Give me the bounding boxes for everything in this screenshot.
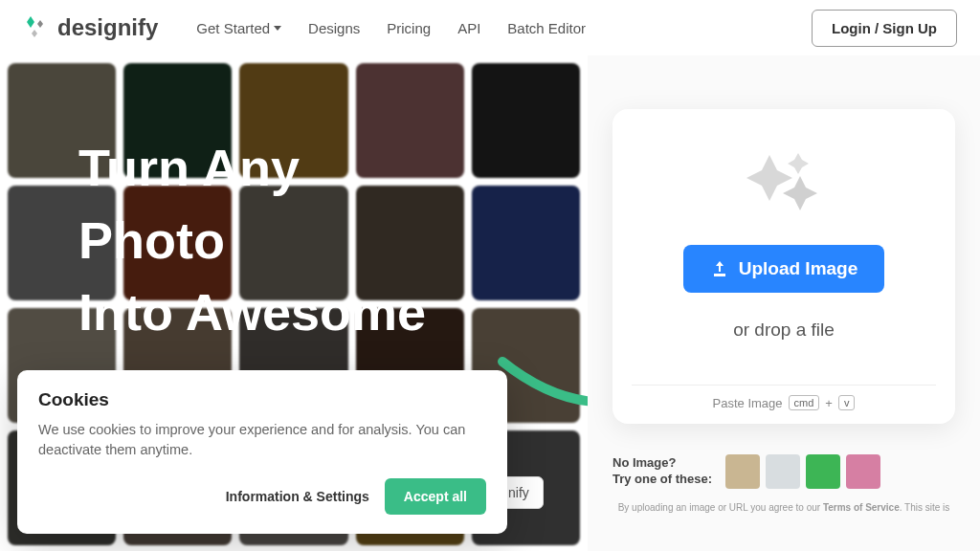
try-text: No Image? Try one of these: <box>612 455 712 488</box>
kbd-cmd: cmd <box>789 395 820 410</box>
cookie-body: We use cookies to improve your experienc… <box>38 420 486 462</box>
terms-text: By uploading an image or URL you agree t… <box>618 502 950 513</box>
nav-get-started[interactable]: Get Started <box>196 20 281 36</box>
arrow-icon <box>498 352 588 429</box>
sparkles-icon <box>741 149 827 218</box>
nav: Get Started Designs Pricing API Batch Ed… <box>196 20 586 36</box>
brand-name: designify <box>57 14 158 41</box>
kbd-plus: + <box>825 396 833 410</box>
logo-icon <box>23 14 50 41</box>
drop-text: or drop a file <box>733 320 835 341</box>
cookie-accept-button[interactable]: Accept all <box>385 478 486 515</box>
nav-pricing[interactable]: Pricing <box>387 20 431 36</box>
login-button[interactable]: Login / Sign Up <box>812 10 957 47</box>
example-thumb[interactable] <box>806 454 840 489</box>
nav-designs[interactable]: Designs <box>308 20 360 36</box>
headline: Turn Any Photo Into Awesome <box>78 132 426 349</box>
headline-line3: Into Awesome <box>78 276 426 349</box>
cookie-title: Cookies <box>38 389 486 410</box>
headline-line2: Photo <box>78 205 426 277</box>
headline-line1: Turn Any <box>78 132 426 205</box>
kbd-v: v <box>838 395 856 410</box>
example-thumb[interactable] <box>846 454 880 489</box>
hero-right: Upload Image or drop a file Paste Image … <box>588 55 980 551</box>
upload-icon <box>710 259 729 278</box>
cookie-banner: Cookies We use cookies to improve your e… <box>17 370 507 535</box>
terms-link[interactable]: Terms of Service <box>823 502 900 513</box>
upload-button[interactable]: Upload Image <box>683 245 885 293</box>
logo[interactable]: designify <box>23 14 158 41</box>
example-thumb[interactable] <box>766 454 800 489</box>
upload-card[interactable]: Upload Image or drop a file Paste Image … <box>612 109 955 424</box>
upload-button-label: Upload Image <box>739 258 858 279</box>
example-thumb[interactable] <box>725 454 760 489</box>
nav-api[interactable]: API <box>457 20 480 36</box>
chevron-down-icon <box>274 26 281 31</box>
header: designify Get Started Designs Pricing AP… <box>0 0 980 55</box>
paste-label: Paste Image <box>713 396 783 410</box>
cookie-info-button[interactable]: Information & Settings <box>220 479 375 514</box>
cookie-buttons: Information & Settings Accept all <box>38 478 486 515</box>
example-thumbs <box>725 454 880 489</box>
try-examples: No Image? Try one of these: <box>612 454 955 489</box>
nav-batch[interactable]: Batch Editor <box>507 20 586 36</box>
paste-hint: Paste Image cmd + v <box>632 385 936 410</box>
